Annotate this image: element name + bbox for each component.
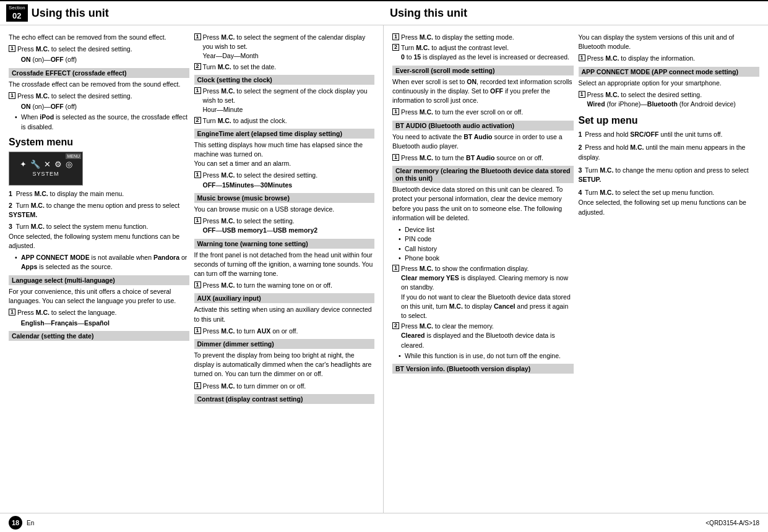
setup-step-4: 4 Turn M.C. to select the set up menu fu… (579, 188, 760, 217)
page-wrapper: Section 02 Using this unit Using this un… (0, 0, 768, 532)
ever-heading: Ever-scroll (scroll mode setting) (392, 66, 574, 75)
sys-step-2: 2 Turn M.C. to change the menu option an… (9, 201, 189, 220)
section-badge-left: Section 02 (6, 4, 28, 21)
bt-version-intro: You can display the system versions of t… (579, 33, 760, 51)
language-steps: 1 Press M.C. to select the language. Eng… (9, 308, 189, 328)
warning-steps: 1 Press M.C. to turn the warning tone on… (194, 281, 375, 290)
page-title-right: Using this unit (390, 7, 467, 20)
system-bullets: APP CONNECT MODE is not available when P… (15, 253, 189, 272)
echo-step-2: ON (on)—OFF (off) (9, 55, 189, 64)
sys-icons: ✦ 🔧 ✕ ⚙ ◎ (20, 160, 72, 169)
language-intro: For your convenience, this unit offers a… (9, 287, 189, 306)
echo-intro: The echo effect can be removed from the … (9, 33, 189, 42)
setup-step-3: 3 Turn M.C. to change the menu option an… (579, 166, 760, 186)
clear-bullet-2: PIN code (399, 234, 574, 244)
system-menu-heading: System menu (9, 137, 189, 148)
footer-left: 18 En (9, 516, 34, 530)
clock-step-2: 2 Turn M.C. to adjust the clock. (194, 116, 375, 126)
sys-icon-3: ✕ (44, 160, 51, 169)
echo-step-1: 1 Press M.C. to select the desired setti… (9, 45, 189, 54)
clear-step-1: 1 Press M.C. to show the confirmation di… (392, 264, 574, 320)
echo-value: ON (on)—OFF (off) (17, 56, 77, 63)
calendar-steps: 1 Press M.C. to select the segment of th… (194, 33, 375, 72)
bt-version-heading: BT Version info. (Bluetooth version disp… (392, 364, 574, 374)
sys-icon-4: ⚙ (54, 160, 62, 169)
clear-bullet2-list: While this function is in use, do not tu… (399, 351, 574, 361)
aux-intro: Activate this setting when using an auxi… (194, 305, 375, 324)
contrast-steps: 1 Press M.C. to display the setting mode… (392, 33, 574, 62)
header: Section 02 Using this unit Using this un… (0, 0, 768, 25)
bt-version-steps: 1 Press M.C. to display the information. (579, 54, 760, 63)
section-label-left: Section (9, 5, 25, 11)
language-step-1: 1 Press M.C. to select the language. (9, 308, 189, 317)
clear-heading: Clear memory (clearing the Bluetooth dev… (392, 166, 574, 183)
dimmer-steps: 1 Press M.C. to turn dimmer on or off. (194, 382, 375, 391)
echo-step-num-1: 1 (9, 45, 15, 52)
contrast-step-1: 1 Press M.C. to display the setting mode… (392, 33, 574, 42)
sys-icon-5: ◎ (66, 160, 72, 169)
app-heading: APP CONNECT MODE (APP connect mode setti… (579, 67, 760, 77)
menu-tag: MENU (66, 153, 81, 159)
engine-step-1: 1 Press M.C. to select the desired setti… (194, 171, 375, 189)
setup-step-2: 2 Press and hold M.C. until the main men… (579, 143, 760, 163)
aux-steps: 1 Press M.C. to turn AUX on or off. (194, 327, 375, 336)
clear-bullet-1: Device list (399, 225, 574, 234)
clear-bullets: Device list PIN code Call history Phone … (399, 225, 574, 263)
crossfade-steps: 1 Press M.C. to select the desired setti… (9, 92, 189, 111)
aux-heading: AUX (auxiliary input) (194, 293, 375, 303)
calendar-heading: Calendar (setting the date) (9, 331, 189, 341)
language-heading: Language select (multi-language) (9, 275, 189, 285)
aux-step-1: 1 Press M.C. to turn AUX on or off. (194, 327, 375, 336)
clock-steps: 1 Press M.C. to select the segment of th… (194, 87, 375, 126)
header-right: Using this unit (384, 0, 768, 25)
engine-heading: EngineTime alert (elapsed time display s… (194, 129, 375, 139)
engine-steps: 1 Press M.C. to select the desired setti… (194, 171, 375, 189)
page-number: 18 (9, 516, 22, 530)
sys-step-1: 1 Press M.C. to display the main menu. (9, 189, 189, 199)
left-col2: 1 Press M.C. to select the segment of th… (194, 33, 375, 406)
setup-step-1: 1 Press and hold SRC/OFF until the unit … (579, 130, 760, 140)
clear-step-2: 2 Press M.C. to clear the memory. Cleare… (392, 322, 574, 350)
bt-audio-intro: You need to activate the BT Audio source… (392, 132, 574, 151)
ever-intro: When ever scroll is set to ON, recorded … (392, 77, 574, 106)
right-page: 1 Press M.C. to display the setting mode… (384, 25, 768, 513)
echo-steps: 1 Press M.C. to select the desired setti… (9, 45, 189, 64)
page-title-left: Using this unit (32, 7, 109, 20)
clock-heading: Clock (setting the clock) (194, 75, 375, 85)
crossfade-step-1: 1 Press M.C. to select the desired setti… (9, 92, 189, 101)
cal-step-1: 1 Press M.C. to select the segment of th… (194, 33, 375, 61)
content-area: The echo effect can be removed from the … (0, 25, 768, 513)
contrast-step-2: 2 Turn M.C. to adjust the contrast level… (392, 43, 574, 62)
warning-intro: If the front panel is not detached from … (194, 251, 375, 279)
app-step-1: 1 Press M.C. to select the desired setti… (579, 90, 760, 109)
dimmer-step-1: 1 Press M.C. to turn dimmer on or off. (194, 382, 375, 391)
app-intro: Select an appropriate option for your sm… (579, 79, 760, 88)
dimmer-intro: To prevent the display from being too br… (194, 351, 375, 379)
bt-audio-heading: BT AUDIO (Bluetooth audio activation) (392, 121, 574, 131)
bt-audio-step-1: 1 Press M.C. to turn the BT Audio source… (392, 153, 574, 163)
right-two-col: 1 Press M.C. to display the setting mode… (392, 33, 759, 375)
clear-bullet-3: Call history (399, 244, 574, 254)
clear-steps: 1 Press M.C. to show the confirmation di… (392, 264, 574, 350)
warning-heading: Warning tone (warning tone setting) (194, 239, 375, 249)
contrast-heading: Contrast (display contrast setting) (194, 394, 375, 404)
ever-step-1: 1 Press M.C. to turn the ever scroll on … (392, 108, 574, 117)
clear-bullet-4: Phone book (399, 254, 574, 263)
music-heading: Music browse (music browse) (194, 193, 375, 203)
cal-step-2: 2 Turn M.C. to set the date. (194, 62, 375, 72)
system-menu-steps: 1 Press M.C. to display the main menu. 2… (9, 189, 189, 251)
footer: 18 En <QRD3154-A/S>18 (0, 513, 768, 532)
app-steps: 1 Press M.C. to select the desired setti… (579, 90, 760, 109)
system-image-inner: ✦ 🔧 ✕ ⚙ ◎ SYSTEM (9, 160, 82, 177)
engine-intro: This setting displays how much time has … (194, 140, 375, 169)
crossfade-bullet: When iPod is selected as the source, the… (15, 113, 189, 131)
language-values: English—Français—Español (9, 319, 189, 328)
right-col2: You can display the system versions of t… (579, 33, 760, 375)
clock-step-1: 1 Press M.C. to select the segment of th… (194, 87, 375, 115)
sys-icon-2: 🔧 (30, 160, 40, 169)
model-number: <QRD3154-A/S>18 (705, 520, 759, 526)
system-image: MENU ✦ 🔧 ✕ ⚙ ◎ SYSTEM (9, 152, 83, 186)
setup-heading: Set up menu (579, 115, 760, 126)
crossfade-intro: The crossfade effect can be removed from… (9, 80, 189, 89)
music-step-1: 1 Press M.C. to select the setting. OFF—… (194, 217, 375, 235)
